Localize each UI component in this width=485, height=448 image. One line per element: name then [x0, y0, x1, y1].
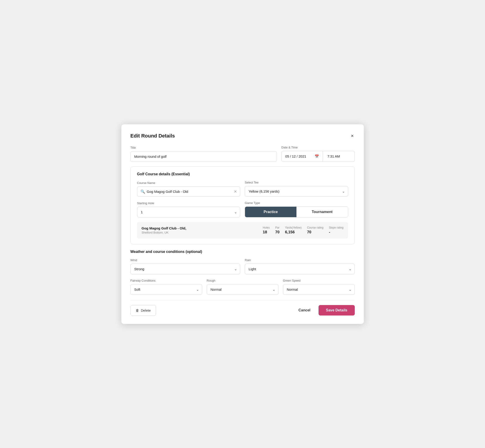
fairway-group: Fairway Conditions Soft Normal Hard Wet … [130, 279, 202, 295]
footer-divider [130, 300, 355, 301]
weather-section: Weather and course conditions (optional)… [130, 250, 355, 295]
slope-rating-label: Slope rating [329, 226, 343, 229]
wind-group: Wind Calm Light Moderate Strong Very Str… [130, 258, 241, 274]
title-datetime-row: Title Date & Time 05 / 12 / 2021 📅 7:31 … [130, 146, 355, 162]
title-input[interactable] [130, 151, 277, 162]
course-info-location: Shelford Bottom, UK [142, 231, 258, 234]
yards-value: 6,156 [285, 230, 295, 234]
time-value: 7:31 AM [327, 154, 340, 158]
date-value: 05 / 12 / 2021 [285, 154, 306, 158]
course-name-input[interactable] [147, 190, 232, 193]
rain-select-wrap: None Light Moderate Heavy ⌄ [245, 264, 355, 274]
slope-rating-stat: Slope rating - [329, 226, 343, 234]
game-type-label: Game Type [245, 201, 348, 205]
wind-dropdown[interactable]: Calm Light Moderate Strong Very Strong [130, 264, 241, 274]
time-input-wrap[interactable]: 7:31 AM [323, 151, 355, 162]
select-tee-dropdown[interactable]: Yellow (6,156 yards) White Red Blue [245, 186, 348, 197]
course-rating-label: Course rating [307, 226, 323, 229]
conditions-row: Fairway Conditions Soft Normal Hard Wet … [130, 279, 355, 295]
course-info-row: Gog Magog Golf Club - Old, Shelford Bott… [137, 222, 348, 239]
par-stat: Par 70 [275, 226, 280, 234]
cancel-button[interactable]: Cancel [296, 305, 313, 315]
hole-gametype-row: Starting Hole 1 2 3 10 ⌄ Game Type Pract… [137, 201, 348, 217]
green-speed-dropdown[interactable]: Slow Normal Fast Very Fast [283, 284, 355, 295]
fairway-select-wrap: Soft Normal Hard Wet ⌄ [130, 284, 202, 295]
starting-hole-label: Starting Hole [137, 201, 241, 205]
slope-rating-value: - [329, 230, 330, 234]
yards-stat: Yards(Yellow) 6,156 [285, 226, 302, 234]
game-type-group: Game Type Practice Tournament [245, 201, 348, 217]
course-rating-stat: Course rating 70 [307, 226, 323, 234]
delete-label: Delete [141, 308, 151, 312]
rough-select-wrap: Short Normal Long Very Long ⌄ [207, 284, 278, 295]
date-time-inputs: 05 / 12 / 2021 📅 7:31 AM [282, 151, 355, 162]
trash-icon: 🗑 [136, 308, 139, 312]
holes-label: Holes [263, 226, 270, 229]
practice-toggle-button[interactable]: Practice [245, 207, 297, 217]
clear-icon[interactable]: ✕ [234, 189, 237, 194]
modal-title: Edit Round Details [130, 133, 175, 139]
fairway-label: Fairway Conditions [130, 279, 202, 282]
course-info-name-block: Gog Magog Golf Club - Old, Shelford Bott… [142, 226, 258, 234]
course-name-label: Course Name [137, 181, 241, 185]
wind-rain-row: Wind Calm Light Moderate Strong Very Str… [130, 258, 355, 274]
title-group: Title [130, 146, 277, 162]
green-speed-label: Green Speed [283, 279, 355, 282]
golf-course-section: Golf Course details (Essential) Course N… [130, 166, 355, 244]
close-button[interactable]: × [350, 133, 355, 139]
tournament-toggle-button[interactable]: Tournament [297, 207, 348, 217]
search-icon: 🔍 [140, 189, 145, 194]
green-speed-group: Green Speed Slow Normal Fast Very Fast ⌄ [283, 279, 355, 295]
select-tee-group: Select Tee Yellow (6,156 yards) White Re… [245, 181, 348, 197]
rough-label: Rough [207, 279, 278, 282]
course-tee-row: Course Name 🔍 ✕ Select Tee Yellow (6,156… [137, 181, 348, 197]
course-name-group: Course Name 🔍 ✕ [137, 181, 241, 197]
rain-group: Rain None Light Moderate Heavy ⌄ [245, 258, 355, 274]
delete-button[interactable]: 🗑 Delete [130, 305, 156, 316]
title-label: Title [130, 146, 277, 149]
course-info-name: Gog Magog Golf Club - Old, [142, 226, 258, 230]
modal-header: Edit Round Details × [130, 133, 355, 139]
weather-section-title: Weather and course conditions (optional) [130, 250, 355, 254]
par-label: Par [275, 226, 280, 229]
yards-label: Yards(Yellow) [285, 226, 302, 229]
date-input-wrap[interactable]: 05 / 12 / 2021 📅 [282, 151, 323, 162]
wind-label: Wind [130, 258, 241, 262]
edit-round-modal: Edit Round Details × Title Date & Time 0… [121, 124, 364, 324]
footer-row: 🗑 Delete Cancel Save Details [130, 305, 355, 316]
datetime-label: Date & Time [282, 146, 355, 149]
starting-hole-dropdown[interactable]: 1 2 3 10 [137, 207, 241, 217]
course-name-search-wrap[interactable]: 🔍 ✕ [137, 186, 241, 197]
select-tee-wrap: Yellow (6,156 yards) White Red Blue ⌄ [245, 186, 348, 197]
datetime-group: Date & Time 05 / 12 / 2021 📅 7:31 AM [282, 146, 355, 162]
rain-label: Rain [245, 258, 355, 262]
rough-group: Rough Short Normal Long Very Long ⌄ [207, 279, 278, 295]
course-rating-value: 70 [307, 230, 311, 234]
fairway-dropdown[interactable]: Soft Normal Hard Wet [130, 284, 202, 295]
holes-stat: Holes 18 [263, 226, 270, 234]
green-speed-select-wrap: Slow Normal Fast Very Fast ⌄ [283, 284, 355, 295]
holes-value: 18 [263, 230, 267, 234]
wind-select-wrap: Calm Light Moderate Strong Very Strong ⌄ [130, 264, 241, 274]
rain-dropdown[interactable]: None Light Moderate Heavy [245, 264, 355, 274]
select-tee-label: Select Tee [245, 181, 348, 184]
game-type-toggle: Practice Tournament [245, 207, 348, 217]
rough-dropdown[interactable]: Short Normal Long Very Long [207, 284, 278, 295]
footer-right: Cancel Save Details [296, 305, 355, 315]
starting-hole-wrap: 1 2 3 10 ⌄ [137, 207, 241, 217]
calendar-icon: 📅 [315, 154, 319, 159]
save-details-button[interactable]: Save Details [319, 305, 355, 315]
golf-course-title: Golf Course details (Essential) [137, 172, 348, 176]
starting-hole-group: Starting Hole 1 2 3 10 ⌄ [137, 201, 241, 217]
par-value: 70 [275, 230, 280, 234]
